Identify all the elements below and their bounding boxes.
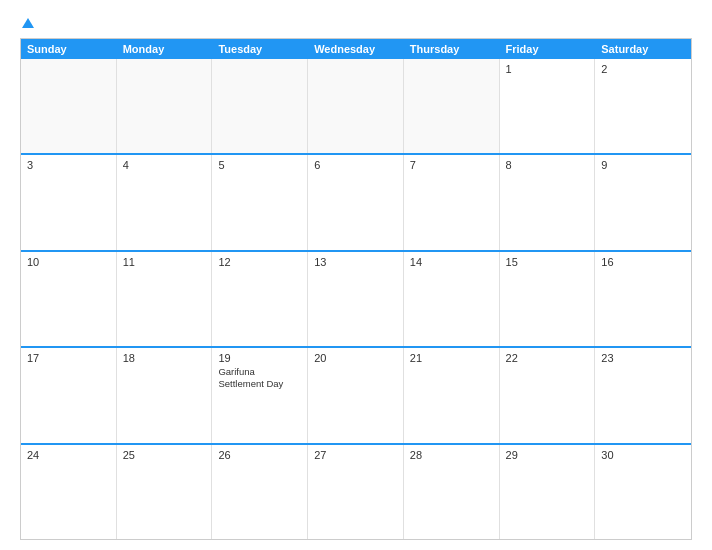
calendar-cell	[308, 59, 404, 153]
day-number: 29	[506, 449, 589, 461]
calendar-cell: 11	[117, 252, 213, 346]
calendar-cell: 17	[21, 348, 117, 442]
calendar-cell: 6	[308, 155, 404, 249]
day-number: 19	[218, 352, 301, 364]
day-number: 16	[601, 256, 685, 268]
calendar-cell: 25	[117, 445, 213, 539]
day-of-week-monday: Monday	[117, 39, 213, 59]
day-number: 17	[27, 352, 110, 364]
calendar-cell: 26	[212, 445, 308, 539]
day-number: 14	[410, 256, 493, 268]
day-number: 4	[123, 159, 206, 171]
calendar-cell: 16	[595, 252, 691, 346]
day-number: 2	[601, 63, 685, 75]
day-number: 13	[314, 256, 397, 268]
logo-blue-text	[20, 16, 34, 30]
event-label: Garifuna Settlement Day	[218, 366, 301, 391]
day-number: 20	[314, 352, 397, 364]
calendar-week-5: 24252627282930	[21, 445, 691, 539]
calendar-header: SundayMondayTuesdayWednesdayThursdayFrid…	[21, 39, 691, 59]
day-number: 5	[218, 159, 301, 171]
calendar-cell: 5	[212, 155, 308, 249]
calendar-cell: 27	[308, 445, 404, 539]
day-number: 28	[410, 449, 493, 461]
calendar-week-4: 171819Garifuna Settlement Day20212223	[21, 348, 691, 444]
day-number: 27	[314, 449, 397, 461]
day-number: 6	[314, 159, 397, 171]
calendar-cell: 9	[595, 155, 691, 249]
calendar-cell: 29	[500, 445, 596, 539]
calendar-cell	[404, 59, 500, 153]
calendar-cell: 4	[117, 155, 213, 249]
calendar-cell: 10	[21, 252, 117, 346]
day-of-week-tuesday: Tuesday	[212, 39, 308, 59]
calendar-cell: 13	[308, 252, 404, 346]
calendar-cell: 21	[404, 348, 500, 442]
day-number: 25	[123, 449, 206, 461]
calendar-cell: 18	[117, 348, 213, 442]
calendar-cell	[117, 59, 213, 153]
day-number: 30	[601, 449, 685, 461]
calendar-cell: 20	[308, 348, 404, 442]
day-number: 24	[27, 449, 110, 461]
page: SundayMondayTuesdayWednesdayThursdayFrid…	[0, 0, 712, 550]
calendar-cell: 19Garifuna Settlement Day	[212, 348, 308, 442]
day-of-week-friday: Friday	[500, 39, 596, 59]
header	[20, 16, 692, 30]
day-number: 12	[218, 256, 301, 268]
calendar-cell: 30	[595, 445, 691, 539]
day-of-week-sunday: Sunday	[21, 39, 117, 59]
calendar-cell: 24	[21, 445, 117, 539]
calendar-week-2: 3456789	[21, 155, 691, 251]
calendar-cell: 15	[500, 252, 596, 346]
calendar: SundayMondayTuesdayWednesdayThursdayFrid…	[20, 38, 692, 540]
calendar-cell: 7	[404, 155, 500, 249]
day-number: 7	[410, 159, 493, 171]
calendar-cell	[212, 59, 308, 153]
day-number: 3	[27, 159, 110, 171]
calendar-week-3: 10111213141516	[21, 252, 691, 348]
calendar-cell: 3	[21, 155, 117, 249]
day-number: 11	[123, 256, 206, 268]
day-number: 21	[410, 352, 493, 364]
day-number: 10	[27, 256, 110, 268]
day-of-week-wednesday: Wednesday	[308, 39, 404, 59]
calendar-cell: 1	[500, 59, 596, 153]
calendar-cell: 23	[595, 348, 691, 442]
day-number: 8	[506, 159, 589, 171]
calendar-cell: 28	[404, 445, 500, 539]
calendar-body: 12345678910111213141516171819Garifuna Se…	[21, 59, 691, 539]
calendar-cell: 2	[595, 59, 691, 153]
calendar-cell: 8	[500, 155, 596, 249]
day-number: 26	[218, 449, 301, 461]
calendar-cell: 14	[404, 252, 500, 346]
day-of-week-thursday: Thursday	[404, 39, 500, 59]
calendar-cell	[21, 59, 117, 153]
day-number: 22	[506, 352, 589, 364]
logo	[20, 16, 34, 30]
calendar-week-1: 12	[21, 59, 691, 155]
day-number: 15	[506, 256, 589, 268]
day-of-week-saturday: Saturday	[595, 39, 691, 59]
calendar-cell: 22	[500, 348, 596, 442]
day-number: 1	[506, 63, 589, 75]
logo-triangle-icon	[22, 18, 34, 28]
logo-text	[20, 16, 34, 30]
calendar-cell: 12	[212, 252, 308, 346]
day-number: 23	[601, 352, 685, 364]
day-number: 9	[601, 159, 685, 171]
day-number: 18	[123, 352, 206, 364]
